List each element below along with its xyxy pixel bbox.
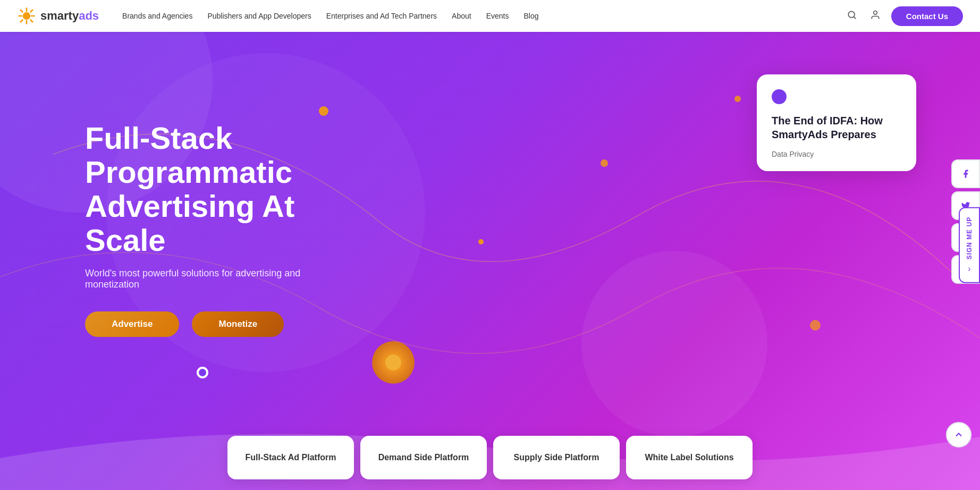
nav-events[interactable]: Events: [480, 9, 516, 23]
svg-line-7: [30, 10, 32, 12]
svg-line-5: [21, 10, 23, 12]
dot-4: [810, 320, 821, 331]
hero-subtitle: World's most powerful solutions for adve…: [85, 268, 356, 290]
scroll-up-button[interactable]: [946, 422, 971, 447]
floating-card[interactable]: The End of IDFA: How SmartyAds Prepares …: [757, 74, 916, 171]
nav-enterprises[interactable]: Enterprises and Ad Tech Partners: [320, 9, 443, 23]
card-wls[interactable]: White Label Solutions: [626, 436, 753, 479]
nav-about[interactable]: About: [445, 9, 478, 23]
sign-me-up-panel[interactable]: SIGN ME UP ›: [959, 207, 980, 283]
contact-button[interactable]: Contact Us: [891, 6, 963, 26]
chevron-up-icon: [953, 429, 964, 440]
deco-orb-3: [581, 251, 767, 437]
nav-brands[interactable]: Brands and Agencies: [116, 9, 199, 23]
logo-text: smartyads: [40, 9, 99, 23]
search-button[interactable]: [844, 7, 859, 25]
svg-line-10: [854, 16, 856, 19]
svg-point-0: [23, 12, 30, 20]
svg-line-8: [21, 20, 23, 22]
card-ssp[interactable]: Supply Side Platform: [493, 436, 620, 479]
hero-section: Full-Stack Programmatic Advertising At S…: [0, 0, 980, 490]
search-icon: [847, 10, 857, 20]
user-icon: [870, 10, 881, 20]
dot-2: [601, 159, 608, 167]
dot-3: [478, 239, 484, 244]
svg-point-11: [873, 11, 877, 14]
hero-content: Full-Stack Programmatic Advertising At S…: [0, 79, 399, 443]
monetize-button[interactable]: Monetize: [192, 311, 284, 337]
card-title: The End of IDFA: How SmartyAds Prepares: [772, 114, 901, 141]
facebook-icon: [961, 169, 970, 179]
logo[interactable]: smartyads: [17, 6, 99, 26]
card-tag: Data Privacy: [772, 150, 901, 158]
card-dot: [772, 89, 787, 104]
card-dsp[interactable]: Demand Side Platform: [360, 436, 487, 479]
svg-line-6: [30, 20, 32, 22]
user-button[interactable]: [868, 7, 883, 25]
svg-point-9: [848, 11, 855, 18]
logo-icon: [17, 6, 36, 26]
bottom-cards: Full-Stack Ad Platform Demand Side Platf…: [224, 436, 756, 479]
hero-buttons: Advertise Monetize: [85, 311, 356, 337]
card-fullstack[interactable]: Full-Stack Ad Platform: [227, 436, 354, 479]
nav-publishers[interactable]: Publishers and App Developers: [201, 9, 317, 23]
navbar: smartyads Brands and Agencies Publishers…: [0, 0, 980, 32]
nav-actions: Contact Us: [844, 6, 963, 26]
hero-title: Full-Stack Programmatic Advertising At S…: [85, 121, 356, 257]
nav-links: Brands and Agencies Publishers and App D…: [116, 9, 844, 23]
advertise-button[interactable]: Advertise: [85, 311, 179, 337]
sign-me-up-label: SIGN ME UP: [966, 217, 973, 260]
arrow-right-icon: ›: [968, 264, 970, 273]
dot-5: [734, 96, 741, 102]
nav-blog[interactable]: Blog: [517, 9, 545, 23]
facebook-button[interactable]: [951, 159, 980, 188]
